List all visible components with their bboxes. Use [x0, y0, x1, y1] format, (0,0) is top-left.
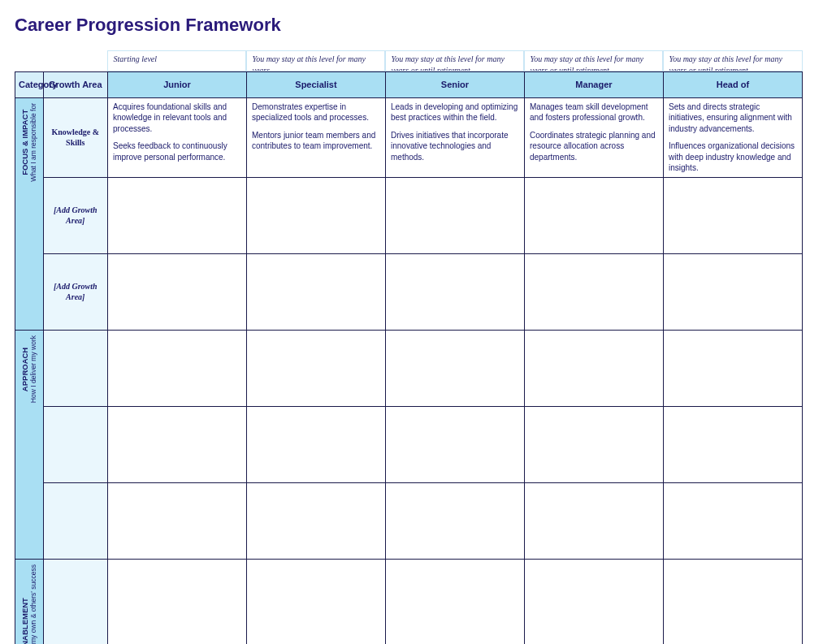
growth-area-placeholder[interactable]: [Add Growth Area] — [43, 253, 107, 330]
cell-empty — [107, 406, 246, 482]
header-level-specialist: Specialist — [246, 72, 385, 98]
header-level-head: Head of — [663, 72, 802, 98]
cell-knowledge-senior: Leads in developing and optimizing best … — [385, 97, 524, 177]
header-category: Category — [15, 72, 44, 98]
cell-empty — [246, 253, 385, 330]
cell-empty — [524, 559, 663, 644]
cell-empty — [524, 330, 663, 406]
cell-empty — [246, 482, 385, 559]
cell-empty — [663, 406, 802, 482]
cell-empty — [107, 177, 246, 253]
cell-empty — [663, 559, 802, 644]
header-level-junior: Junior — [107, 72, 246, 98]
cell-empty — [385, 482, 524, 559]
level-note-head: You may stay at this level for many year… — [663, 50, 802, 71]
cell-knowledge-manager: Manages team skill development and foste… — [524, 97, 663, 177]
cell-empty — [385, 177, 524, 253]
cell-knowledge-specialist: Demonstrates expertise in specialized to… — [246, 97, 385, 177]
cell-empty — [524, 253, 663, 330]
category-approach: APPROACHHow I deliver my work — [15, 330, 44, 559]
growth-area-placeholder[interactable]: [Add Growth Area] — [43, 177, 107, 253]
header-level-manager: Manager — [524, 72, 663, 98]
cell-empty — [385, 406, 524, 482]
growth-area-empty — [43, 406, 107, 482]
cell-empty — [524, 482, 663, 559]
cell-empty — [385, 330, 524, 406]
cell-empty — [107, 330, 246, 406]
cell-empty — [385, 559, 524, 644]
cell-empty — [663, 330, 802, 406]
cell-empty — [663, 482, 802, 559]
cell-knowledge-head: Sets and directs strategic initiatives, … — [663, 97, 802, 177]
level-note-junior: Starting level — [107, 50, 246, 71]
growth-area-knowledge: Knowledge & Skills — [43, 97, 107, 177]
level-note-manager: You may stay at this level for many year… — [524, 50, 663, 71]
cell-empty — [246, 559, 385, 644]
growth-area-empty — [43, 330, 107, 406]
level-note-specialist: You may stay at this level for many year… — [246, 50, 385, 71]
cell-empty — [663, 177, 802, 253]
cell-empty — [107, 253, 246, 330]
growth-area-empty — [43, 482, 107, 559]
cell-empty — [385, 253, 524, 330]
cell-empty — [246, 177, 385, 253]
growth-area-empty — [43, 559, 107, 644]
cell-empty — [663, 253, 802, 330]
cell-empty — [524, 406, 663, 482]
category-focus-impact: FOCUS & IMPACTWhat I am responsible for — [15, 97, 44, 330]
category-enablement: ENABLEMENTHow I create my own & others' … — [15, 559, 44, 644]
level-note-senior: You may stay at this level for many year… — [385, 50, 524, 71]
header-growth-area: Growth Area — [43, 72, 107, 98]
header-level-senior: Senior — [385, 72, 524, 98]
cell-empty — [246, 406, 385, 482]
cell-empty — [107, 482, 246, 559]
cell-knowledge-junior: Acquires foundational skills and knowled… — [107, 97, 246, 177]
page-title: Career Progression Framework — [15, 15, 808, 36]
cell-empty — [246, 330, 385, 406]
cell-empty — [107, 559, 246, 644]
cell-empty — [524, 177, 663, 253]
framework-table: Starting level You may stay at this leve… — [15, 50, 803, 644]
